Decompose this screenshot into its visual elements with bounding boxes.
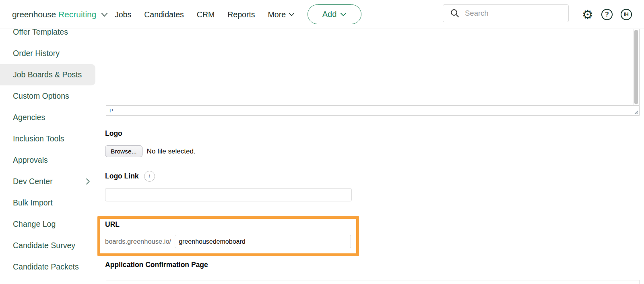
brand-product: Recruiting <box>58 10 97 19</box>
logo-link-label: Logo Link <box>105 172 139 180</box>
url-input[interactable] <box>175 235 351 248</box>
editor-scrollbar-thumb[interactable] <box>634 30 638 104</box>
url-field-row: boards.greenhouse.io/ <box>105 235 351 248</box>
sidebar-item-custom-options[interactable]: Custom Options <box>0 85 95 107</box>
nav-more[interactable]: More <box>268 10 295 19</box>
url-highlight-box: URL boards.greenhouse.io/ <box>97 216 359 256</box>
sidebar-item-candidate-packets[interactable]: Candidate Packets <box>0 256 95 278</box>
editor-content-area[interactable] <box>106 29 640 106</box>
sidebar-item-approvals[interactable]: Approvals <box>0 149 95 171</box>
add-button[interactable]: Add <box>308 4 361 24</box>
logo-link-input[interactable] <box>105 188 352 201</box>
sidebar-list: Offer Templates Order History Job Boards… <box>0 29 95 278</box>
logo-file-field: Browse... No file selected. <box>105 145 196 157</box>
chevron-down-icon <box>289 12 295 17</box>
file-selected-status: No file selected. <box>147 147 196 155</box>
chevron-down-icon <box>340 12 347 17</box>
sidebar-item-candidate-survey[interactable]: Candidate Survey <box>0 235 95 256</box>
settings-sidebar: Offer Templates Order History Job Boards… <box>0 29 95 284</box>
sidebar-item-bulk-import[interactable]: Bulk Import <box>0 192 95 214</box>
nav-candidates[interactable]: Candidates <box>144 10 184 19</box>
logo-link-header: Logo Link i <box>105 171 155 182</box>
sidebar-item-change-log[interactable]: Change Log <box>0 214 95 235</box>
top-navbar: greenhouse Recruiting Jobs Candidates CR… <box>0 0 644 29</box>
confirmation-editor-top-edge[interactable] <box>106 280 640 284</box>
main-nav: Jobs Candidates CRM Reports More <box>115 0 295 29</box>
sidebar-item-agencies[interactable]: Agencies <box>0 107 95 128</box>
search-icon <box>450 8 460 18</box>
nav-jobs[interactable]: Jobs <box>115 10 131 19</box>
help-icon[interactable]: ? <box>601 9 613 20</box>
url-label: URL <box>105 220 120 229</box>
browse-button[interactable]: Browse... <box>105 145 142 157</box>
utility-icons: ⚙ ? IH <box>582 0 632 29</box>
chevron-right-icon <box>86 178 90 185</box>
nav-crm[interactable]: CRM <box>197 10 215 19</box>
avatar[interactable]: IH <box>621 9 632 20</box>
resize-handle-icon[interactable] <box>633 109 638 114</box>
search-input[interactable] <box>465 5 568 22</box>
chevron-down-icon <box>101 12 108 17</box>
info-icon[interactable]: i <box>144 171 155 182</box>
editor-status-bar: P <box>106 106 640 116</box>
url-prefix-text: boards.greenhouse.io/ <box>105 238 171 245</box>
sidebar-item-order-history[interactable]: Order History <box>0 43 95 64</box>
nav-reports[interactable]: Reports <box>227 10 255 19</box>
description-editor: P <box>106 29 640 116</box>
sidebar-item-dev-center[interactable]: Dev Center <box>0 171 95 192</box>
editor-element-path: P <box>109 108 113 114</box>
brand-menu[interactable]: greenhouse Recruiting <box>12 0 108 29</box>
gear-icon[interactable]: ⚙ <box>582 8 593 21</box>
sidebar-item-offer-templates[interactable]: Offer Templates <box>0 29 95 43</box>
sidebar-item-inclusion-tools[interactable]: Inclusion Tools <box>0 128 95 149</box>
sidebar-item-job-boards-posts[interactable]: Job Boards & Posts <box>0 64 95 85</box>
brand-name: greenhouse <box>12 10 56 19</box>
global-search <box>443 4 569 22</box>
application-confirmation-label: Application Confirmation Page <box>105 261 208 269</box>
editor-scrollbar-track[interactable] <box>633 29 639 105</box>
logo-label: Logo <box>105 129 122 138</box>
